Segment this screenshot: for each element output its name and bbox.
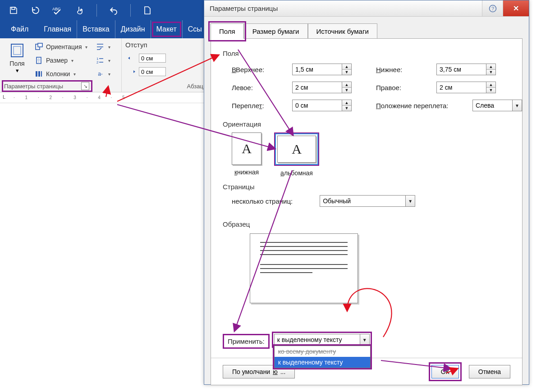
chevron-down-icon[interactable]: ▼ bbox=[512, 100, 522, 111]
apply-row: Применить: ▼ ко всему документу к выделе… bbox=[223, 334, 370, 349]
tab-layout[interactable]: Макет bbox=[151, 20, 183, 38]
dialog-tab-source[interactable]: Источник бумаги bbox=[308, 23, 377, 39]
breaks-icon bbox=[96, 42, 105, 51]
size-label: Размер bbox=[46, 57, 68, 64]
label-apply: Применить: bbox=[223, 334, 270, 349]
label-gutter-position: Положение переплета: bbox=[376, 102, 466, 109]
apply-option-selection[interactable]: к выделенному тексту bbox=[275, 357, 370, 368]
close-button[interactable]: ✕ bbox=[503, 0, 529, 16]
indent-left-row bbox=[125, 52, 168, 64]
dialog-tab-paper[interactable]: Размер бумаги bbox=[244, 23, 308, 39]
svg-rect-8 bbox=[38, 71, 40, 77]
input-multipages[interactable] bbox=[320, 195, 405, 207]
spinner-gutter[interactable]: ▲▼ bbox=[292, 100, 352, 111]
chevron-down-icon: ▾ bbox=[71, 58, 73, 63]
combo-apply[interactable]: ▼ ко всему документу к выделенному текст… bbox=[274, 334, 370, 346]
tab-file[interactable]: Файл bbox=[5, 20, 38, 38]
indent-right-input[interactable] bbox=[139, 67, 166, 76]
ok-button-wrap: ОК bbox=[431, 365, 459, 378]
portrait-thumb-icon: A bbox=[232, 132, 261, 165]
spinner-right[interactable]: ▲▼ bbox=[436, 82, 496, 93]
ok-button[interactable]: ОК bbox=[431, 365, 459, 378]
close-icon: ✕ bbox=[513, 4, 519, 13]
label-gutter: Переплет: bbox=[232, 102, 286, 109]
section-pages-title: Страницы bbox=[223, 183, 510, 191]
combo-multipages[interactable]: ▼ bbox=[320, 195, 415, 207]
hyphenation-icon: a- bbox=[96, 69, 105, 78]
save-icon[interactable] bbox=[8, 5, 19, 16]
label-bottom: Нижнее: bbox=[376, 66, 430, 73]
hyphenation-button[interactable]: a-▾ bbox=[94, 68, 112, 80]
chevron-down-icon[interactable]: ▼ bbox=[405, 195, 415, 207]
input-top[interactable] bbox=[292, 64, 342, 75]
orientation-button[interactable]: Ориентация▾ bbox=[32, 41, 89, 53]
dialog-tabs: Поля Размер бумаги Источник бумаги bbox=[204, 17, 529, 38]
label-right: Правое: bbox=[376, 84, 430, 91]
label-left: Левое: bbox=[232, 84, 286, 91]
section-fields-title: Поля bbox=[223, 50, 510, 57]
svg-rect-5 bbox=[38, 43, 42, 47]
size-button[interactable]: Размер▾ bbox=[32, 55, 89, 66]
input-apply[interactable] bbox=[274, 334, 360, 346]
ribbon: Поля ▾ Ориентация▾ Размер▾ Колонки▾ ▾ 12… bbox=[0, 38, 207, 92]
separator bbox=[130, 4, 131, 17]
input-left[interactable] bbox=[292, 82, 342, 93]
new-doc-icon[interactable] bbox=[142, 5, 153, 16]
ruler[interactable]: L · 1 · 2 · 3 · 4 · 5 bbox=[0, 92, 207, 103]
spinner-buttons[interactable]: ▲▼ bbox=[486, 82, 496, 93]
spinner-buttons[interactable]: ▲▼ bbox=[342, 64, 352, 75]
preview-thumbnail bbox=[250, 233, 358, 303]
apply-option-document[interactable]: ко всему документу bbox=[275, 346, 370, 357]
dialog-titlebar[interactable]: Параметры страницы ? ✕ bbox=[204, 0, 529, 17]
spinner-top[interactable]: ▲▼ bbox=[292, 64, 352, 75]
word-window: ABC Файл Главная Вставка Дизайн Макет Сс… bbox=[0, 0, 207, 103]
svg-rect-9 bbox=[41, 71, 42, 77]
help-button[interactable]: ? bbox=[482, 0, 503, 16]
tab-design[interactable]: Дизайн bbox=[115, 20, 151, 38]
chevron-down-icon: ▾ bbox=[108, 58, 110, 63]
margins-button[interactable]: Поля ▾ bbox=[4, 41, 31, 80]
svg-rect-0 bbox=[12, 7, 15, 9]
chevron-down-icon: ▾ bbox=[16, 67, 19, 74]
dialog-title: Параметры страницы bbox=[210, 5, 278, 12]
margins-icon bbox=[9, 43, 25, 58]
page-setup-launcher-icon[interactable]: ↘ bbox=[81, 82, 89, 90]
input-gutter[interactable] bbox=[292, 100, 342, 111]
columns-button[interactable]: Колонки▾ bbox=[32, 68, 89, 80]
page-size-icon bbox=[34, 56, 43, 65]
spinner-bottom[interactable]: ▲▼ bbox=[436, 64, 496, 75]
orientation-landscape[interactable]: A альбомная bbox=[274, 132, 319, 177]
breaks-button[interactable]: ▾ bbox=[94, 41, 112, 53]
spinner-buttons[interactable]: ▲▼ bbox=[342, 100, 352, 111]
input-right[interactable] bbox=[436, 82, 486, 93]
tab-insert[interactable]: Вставка bbox=[77, 20, 115, 38]
input-gutter-position[interactable] bbox=[472, 100, 512, 111]
tab-home[interactable]: Главная bbox=[38, 20, 77, 38]
spinner-left[interactable]: ▲▼ bbox=[292, 82, 352, 93]
paragraph-group-label: Абзац bbox=[187, 83, 203, 90]
dialog-tab-fields[interactable]: Поля bbox=[211, 23, 244, 39]
repeat-icon[interactable] bbox=[30, 5, 41, 16]
spellcheck-icon[interactable]: ABC bbox=[52, 5, 63, 16]
indent-left-input[interactable] bbox=[139, 54, 166, 63]
line-numbers-button[interactable]: 12▾ bbox=[94, 55, 112, 66]
touch-mode-icon[interactable] bbox=[74, 5, 85, 16]
combo-gutter-position[interactable]: ▼ bbox=[472, 100, 522, 111]
columns-label: Колонки bbox=[46, 70, 70, 77]
svg-text:?: ? bbox=[491, 6, 494, 11]
apply-dropdown[interactable]: ко всему документу к выделенному тексту bbox=[274, 346, 371, 368]
chevron-down-icon: ▾ bbox=[73, 72, 76, 77]
ribbon-tabs: Файл Главная Вставка Дизайн Макет Ссы bbox=[0, 20, 207, 38]
spinner-buttons[interactable]: ▲▼ bbox=[342, 82, 352, 93]
chevron-down-icon[interactable]: ▼ bbox=[360, 334, 370, 346]
landscape-label: альбомная bbox=[280, 169, 313, 177]
cancel-button[interactable]: Отмена bbox=[469, 365, 510, 378]
chevron-down-icon: ▾ bbox=[108, 72, 110, 77]
input-bottom[interactable] bbox=[436, 64, 486, 75]
page-setup-group-label: Параметры страницы bbox=[4, 83, 81, 90]
svg-rect-3 bbox=[14, 46, 21, 55]
orientation-portrait[interactable]: A книжная bbox=[232, 132, 261, 177]
indent-right-row bbox=[125, 66, 168, 77]
spinner-buttons[interactable]: ▲▼ bbox=[486, 64, 496, 75]
undo-icon[interactable] bbox=[108, 5, 119, 16]
